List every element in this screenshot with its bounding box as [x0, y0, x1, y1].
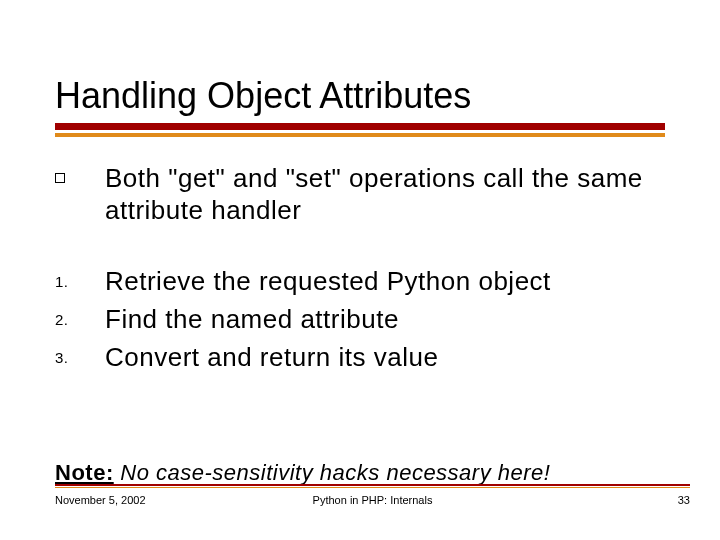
footer-title: Python in PHP: Internals	[55, 494, 690, 506]
footer-page: 33	[678, 494, 690, 506]
title-rule	[55, 123, 665, 137]
bullet-text: Both "get" and "set" operations call the…	[105, 163, 665, 226]
note: Note: No case-sensitivity hacks necessar…	[55, 460, 665, 486]
slide: Handling Object Attributes Both "get" an…	[0, 0, 720, 540]
footer-rule	[55, 484, 690, 488]
bullet-number: 3.	[55, 342, 105, 367]
bullet-2: 2. Find the named attribute	[55, 304, 665, 336]
footer: November 5, 2002 Python in PHP: Internal…	[55, 490, 690, 506]
bullet-number: 2.	[55, 304, 105, 329]
bullet-3: 3. Convert and return its value	[55, 342, 665, 374]
bullet-number: 1.	[55, 266, 105, 291]
slide-body: Both "get" and "set" operations call the…	[55, 163, 665, 374]
bullet-text: Retrieve the requested Python object	[105, 266, 665, 298]
slide-title: Handling Object Attributes	[55, 75, 665, 117]
note-label: Note:	[55, 460, 114, 485]
bullet-1: 1. Retrieve the requested Python object	[55, 266, 665, 298]
bullet-intro: Both "get" and "set" operations call the…	[55, 163, 665, 226]
bullet-text: Convert and return its value	[105, 342, 665, 374]
bullet-marker	[55, 163, 105, 187]
bullet-text: Find the named attribute	[105, 304, 665, 336]
square-icon	[55, 173, 65, 183]
note-text: No case-sensitivity hacks necessary here…	[114, 460, 551, 485]
